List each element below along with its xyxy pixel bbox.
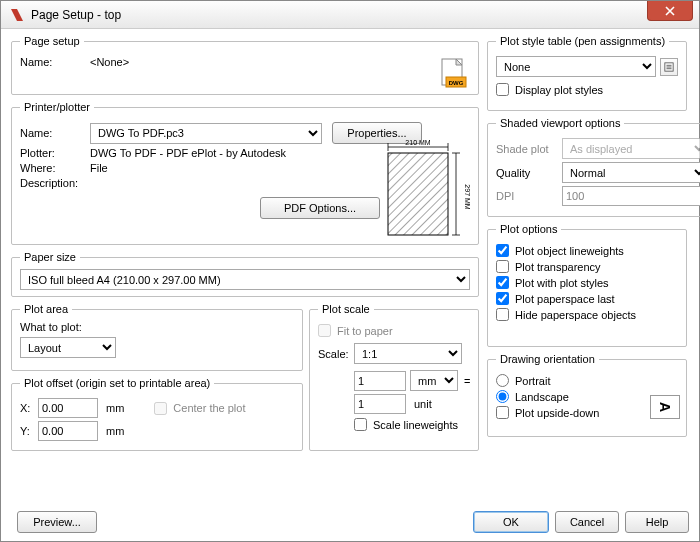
plot-transparency-checkbox[interactable] (496, 260, 509, 273)
scale-lineweights-checkbox[interactable] (354, 418, 367, 431)
page-setup-dialog: Page Setup - top Page setup Name: <None> (0, 0, 700, 542)
svg-text:297 MM: 297 MM (464, 184, 471, 209)
svg-text:210 MM: 210 MM (405, 139, 430, 146)
page-setup-legend: Page setup (20, 35, 84, 47)
equals-label: = (464, 375, 470, 387)
portrait-label: Portrait (515, 375, 550, 387)
plotter-label: Plotter: (20, 147, 90, 159)
help-button[interactable]: Help (625, 511, 689, 533)
plot-offset-group: Plot offset (origin set to printable are… (11, 377, 303, 451)
landscape-label: Landscape (515, 391, 569, 403)
plot-lineweights-checkbox[interactable] (496, 244, 509, 257)
portrait-radio[interactable] (496, 374, 509, 387)
plot-options-legend: Plot options (496, 223, 561, 235)
scale-select[interactable]: 1:1 (354, 343, 462, 364)
paper-preview: 210 MM 297 MM (380, 139, 472, 239)
plot-style-table-group: Plot style table (pen assignments) None … (487, 35, 687, 111)
scale-unit-select[interactable]: mm (410, 370, 458, 391)
drawing-orientation-group: Drawing orientation Portrait Landscape P… (487, 353, 687, 437)
quality-label: Quality (496, 167, 562, 179)
center-plot-checkbox (154, 402, 167, 415)
center-plot-label: Center the plot (173, 402, 245, 414)
offset-y-label: Y: (20, 425, 38, 437)
plot-area-group: Plot area What to plot: Layout (11, 303, 303, 371)
plotter-value: DWG To PDF - PDF ePlot - by Autodesk (90, 147, 286, 159)
close-button[interactable] (647, 1, 693, 21)
edit-icon (664, 62, 674, 72)
dialog-footer: Preview... OK Cancel Help (11, 511, 689, 533)
printer-name-label: Name: (20, 127, 90, 139)
pdf-options-button[interactable]: PDF Options... (260, 197, 380, 219)
scale-label: Scale: (318, 348, 354, 360)
fit-to-paper-checkbox (318, 324, 331, 337)
what-to-plot-select[interactable]: Layout (20, 337, 116, 358)
what-to-plot-label: What to plot: (20, 321, 294, 333)
dpi-input (562, 186, 700, 206)
paper-size-group: Paper size ISO full bleed A4 (210.00 x 2… (11, 251, 479, 297)
upside-down-label: Plot upside-down (515, 407, 599, 419)
landscape-radio[interactable] (496, 390, 509, 403)
plot-style-table-legend: Plot style table (pen assignments) (496, 35, 669, 47)
drawing-orientation-legend: Drawing orientation (496, 353, 599, 365)
hide-paperspace-label: Hide paperspace objects (515, 309, 636, 321)
display-plot-styles-label: Display plot styles (515, 84, 603, 96)
description-label: Description: (20, 177, 90, 189)
paper-size-legend: Paper size (20, 251, 80, 263)
plot-options-group: Plot options Plot object lineweights Plo… (487, 223, 687, 347)
fit-to-paper-label: Fit to paper (337, 325, 393, 337)
plot-scale-legend: Plot scale (318, 303, 374, 315)
close-icon (665, 6, 675, 16)
plot-area-legend: Plot area (20, 303, 72, 315)
shade-plot-select: As displayed (562, 138, 700, 159)
page-setup-name-label: Name: (20, 56, 90, 68)
page-setup-group: Page setup Name: <None> DWG (11, 35, 479, 95)
offset-x-unit: mm (106, 402, 124, 414)
plot-scale-group: Plot scale Fit to paper Scale: 1:1 (309, 303, 479, 451)
printer-plotter-group: Printer/plotter Name: DWG To PDF.pc3 Pro… (11, 101, 479, 245)
ok-button[interactable]: OK (473, 511, 549, 533)
shaded-viewport-group: Shaded viewport options Shade plot As di… (487, 117, 700, 217)
quality-select[interactable]: Normal (562, 162, 700, 183)
plot-paperspace-last-checkbox[interactable] (496, 292, 509, 305)
cancel-button[interactable]: Cancel (555, 511, 619, 533)
where-value: File (90, 162, 108, 174)
app-icon (9, 7, 25, 23)
upside-down-checkbox[interactable] (496, 406, 509, 419)
plot-transparency-label: Plot transparency (515, 261, 601, 273)
title-bar: Page Setup - top (1, 1, 699, 29)
svg-rect-9 (388, 153, 448, 235)
hide-paperspace-checkbox[interactable] (496, 308, 509, 321)
page-setup-name-value: <None> (90, 56, 470, 68)
plot-style-edit-button[interactable] (660, 58, 678, 76)
svg-text:DWG: DWG (449, 80, 464, 86)
scale-numerator-input[interactable] (354, 371, 406, 391)
plot-lineweights-label: Plot object lineweights (515, 245, 624, 257)
scale-denominator-input[interactable] (354, 394, 406, 414)
paper-size-select[interactable]: ISO full bleed A4 (210.00 x 297.00 MM) (20, 269, 470, 290)
plot-offset-legend: Plot offset (origin set to printable are… (20, 377, 214, 389)
shaded-viewport-legend: Shaded viewport options (496, 117, 624, 129)
offset-y-input[interactable] (38, 421, 98, 441)
shade-plot-label: Shade plot (496, 143, 562, 155)
offset-x-label: X: (20, 402, 38, 414)
printer-plotter-legend: Printer/plotter (20, 101, 94, 113)
plot-style-select[interactable]: None (496, 56, 656, 77)
window-title: Page Setup - top (31, 8, 121, 22)
scale-den-unit: unit (414, 398, 432, 410)
offset-x-input[interactable] (38, 398, 98, 418)
display-plot-styles-checkbox[interactable] (496, 83, 509, 96)
plot-with-styles-label: Plot with plot styles (515, 277, 609, 289)
preview-button[interactable]: Preview... (17, 511, 97, 533)
offset-y-unit: mm (106, 425, 124, 437)
plot-paperspace-last-label: Plot paperspace last (515, 293, 615, 305)
dpi-label: DPI (496, 190, 562, 202)
printer-name-select[interactable]: DWG To PDF.pc3 (90, 123, 322, 144)
scale-lineweights-label: Scale lineweights (373, 419, 458, 431)
where-label: Where: (20, 162, 90, 174)
plot-with-styles-checkbox[interactable] (496, 276, 509, 289)
dwg-icon: DWG (438, 57, 470, 89)
orientation-icon: A (650, 395, 680, 419)
